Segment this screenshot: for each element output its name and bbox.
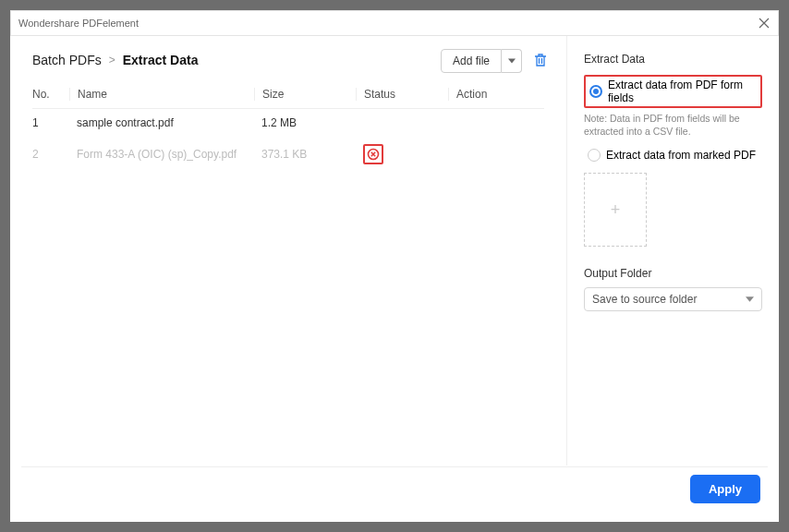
add-area-thumbnail[interactable]: +: [584, 173, 647, 247]
col-size: Size: [254, 88, 356, 101]
titlebar: Wondershare PDFelement: [10, 10, 779, 36]
output-folder-title: Output Folder: [584, 267, 762, 280]
option-marked-pdf-label: Extract data from marked PDF: [606, 149, 756, 162]
breadcrumb-current: Extract Data: [123, 53, 199, 67]
add-file-split-button: Add file: [441, 49, 522, 73]
option-form-fields-label: Extract data from PDF form fields: [608, 79, 757, 104]
col-name: Name: [69, 88, 254, 101]
output-folder-select[interactable]: Save to source folder: [584, 287, 762, 311]
chevron-down-icon: [508, 58, 516, 64]
apply-button[interactable]: Apply: [690, 475, 760, 503]
plus-icon: +: [611, 200, 621, 220]
toolbar: Add file: [441, 49, 550, 73]
output-folder-value: Save to source folder: [592, 293, 697, 306]
delete-all-button[interactable]: [533, 53, 550, 69]
close-icon[interactable]: [758, 17, 771, 30]
radio-selected-icon: [589, 85, 602, 98]
main-panel: Batch PDFs > Extract Data Add file: [10, 36, 566, 466]
col-action: Action: [448, 88, 544, 101]
trash-icon: [533, 53, 548, 67]
app-title: Wondershare PDFelement: [18, 18, 139, 29]
cell-status: [356, 144, 448, 164]
table-row[interactable]: 1 sample contract.pdf 1.2 MB: [32, 109, 544, 137]
error-icon[interactable]: [363, 144, 383, 164]
option-marked-pdf[interactable]: Extract data from marked PDF: [584, 147, 762, 163]
cell-name: sample contract.pdf: [69, 116, 254, 129]
cell-size: 373.1 KB: [254, 148, 356, 161]
cell-no: 1: [32, 116, 69, 129]
side-panel: Extract Data Extract data from PDF form …: [566, 36, 779, 466]
chevron-right-icon: >: [109, 54, 115, 66]
file-table: No. Name Size Status Action 1 sample con…: [10, 80, 566, 172]
radio-unselected-icon: [588, 149, 601, 162]
table-header: No. Name Size Status Action: [32, 80, 544, 109]
option-note: Note: Data in PDF from fields will be ex…: [584, 112, 762, 138]
col-no: No.: [32, 88, 69, 101]
breadcrumb-root[interactable]: Batch PDFs: [32, 53, 102, 67]
add-file-dropdown[interactable]: [502, 49, 522, 73]
window: Wondershare PDFelement Batch PDFs > Extr…: [10, 10, 779, 522]
body: Batch PDFs > Extract Data Add file: [10, 36, 779, 466]
footer: Apply: [21, 466, 768, 511]
add-file-button[interactable]: Add file: [441, 49, 502, 73]
col-status: Status: [356, 88, 448, 101]
chevron-down-icon: [746, 296, 754, 302]
side-title: Extract Data: [584, 53, 762, 66]
cell-size: 1.2 MB: [254, 116, 356, 129]
cell-no: 2: [32, 148, 69, 161]
option-form-fields[interactable]: Extract data from PDF form fields: [584, 75, 762, 108]
cell-name: Form 433-A (OIC) (sp)_Copy.pdf: [69, 148, 254, 161]
table-row[interactable]: 2 Form 433-A (OIC) (sp)_Copy.pdf 373.1 K…: [32, 137, 544, 172]
